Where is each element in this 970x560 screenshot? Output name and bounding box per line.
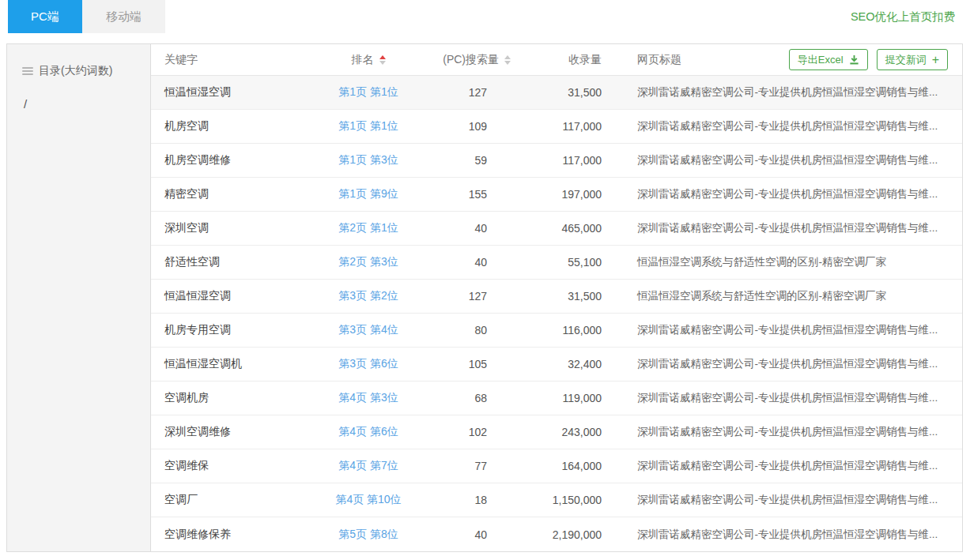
page-title-cell: 深圳雷诺威精密空调公司-专业提供机房恒温恒湿空调销售与维...	[617, 459, 962, 473]
rank-link[interactable]: 第4页 第7位	[338, 459, 398, 473]
table-row[interactable]: 空调机房 第4页 第3位 68 119,000 深圳雷诺威精密空调公司-专业提供…	[151, 381, 962, 415]
table-row[interactable]: 恒温恒湿空调机 第3页 第6位 105 32,400 深圳雷诺威精密空调公司-专…	[151, 348, 962, 381]
search-volume-cell: 102	[469, 426, 511, 438]
indexed-cell: 119,000	[562, 392, 617, 404]
table-row[interactable]: 精密空调 第1页 第9位 155 197,000 深圳雷诺威精密空调公司-专业提…	[151, 178, 962, 212]
rank-link[interactable]: 第4页 第3位	[338, 391, 398, 405]
col-header-rank[interactable]: 排名	[352, 53, 386, 67]
indexed-cell: 55,100	[568, 256, 617, 269]
keyword-cell: 深圳空调维修	[151, 425, 317, 439]
rank-sort-control[interactable]	[379, 55, 386, 65]
rank-link[interactable]: 第4页 第6位	[338, 425, 398, 439]
table-header: 关键字 排名 (PC)搜索量 收录量 网页标题 导出Excel	[151, 44, 962, 76]
main-panel: 目录(大约词数) / 关键字 排名 (PC)搜索量 收录量 网页标题	[6, 43, 963, 552]
col-header-indexed: 收录量	[568, 53, 617, 67]
search-volume-cell: 109	[469, 120, 511, 133]
sidebar-header: 目录(大约词数)	[7, 44, 150, 78]
page-title-cell: 深圳雷诺威精密空调公司-专业提供机房恒温恒湿空调销售与维...	[617, 425, 962, 439]
top-tab-bar: PC端 移动端 SEO优化上首页扣费	[0, 0, 970, 33]
page-title-cell: 深圳雷诺威精密空调公司-专业提供机房恒温恒湿空调销售与维...	[617, 85, 962, 100]
table-row[interactable]: 恒温恒湿空调 第1页 第1位 127 31,500 深圳雷诺威精密空调公司-专业…	[151, 76, 962, 110]
indexed-cell: 31,500	[568, 86, 617, 99]
table-row[interactable]: 深圳空调 第2页 第1位 40 465,000 深圳雷诺威精密空调公司-专业提供…	[151, 212, 962, 246]
rank-link[interactable]: 第1页 第9位	[338, 187, 398, 201]
page-title-cell: 深圳雷诺威精密空调公司-专业提供机房恒温恒湿空调销售与维...	[617, 323, 962, 337]
page-title-cell: 深圳雷诺威精密空调公司-专业提供机房恒温恒湿空调销售与维...	[617, 187, 962, 201]
keyword-cell: 机房空调维修	[151, 153, 317, 167]
page-title-cell: 恒温恒湿空调系统与舒适性空调的区别-精密空调厂家	[617, 255, 962, 269]
keyword-table: 关键字 排名 (PC)搜索量 收录量 网页标题 导出Excel	[151, 44, 962, 551]
table-row[interactable]: 机房空调维修 第1页 第3位 59 117,000 深圳雷诺威精密空调公司-专业…	[151, 144, 962, 178]
rank-link[interactable]: 第5页 第8位	[338, 528, 398, 542]
rank-link[interactable]: 第3页 第2位	[338, 289, 398, 303]
keyword-cell: 空调维保	[151, 459, 317, 473]
export-excel-label: 导出Excel	[798, 53, 844, 67]
rank-link[interactable]: 第2页 第1位	[338, 221, 398, 235]
sort-desc-icon[interactable]	[379, 61, 386, 65]
rank-link[interactable]: 第2页 第3位	[338, 255, 398, 269]
search-volume-cell: 18	[474, 494, 511, 506]
page-title-cell: 深圳雷诺威精密空调公司-专业提供机房恒温恒湿空调销售与维...	[617, 221, 962, 235]
export-excel-button[interactable]: 导出Excel	[789, 49, 868, 70]
search-volume-cell: 127	[469, 86, 511, 99]
indexed-cell: 32,400	[568, 358, 617, 370]
rank-link[interactable]: 第1页 第3位	[338, 153, 398, 167]
submit-new-word-button[interactable]: 提交新词 +	[877, 49, 948, 70]
indexed-cell: 2,190,000	[553, 528, 617, 541]
indexed-cell: 1,150,000	[553, 494, 617, 506]
search-volume-cell: 59	[474, 154, 511, 167]
table-row[interactable]: 空调厂 第4页 第10位 18 1,150,000 深圳雷诺威精密空调公司-专业…	[151, 483, 962, 517]
rank-link[interactable]: 第1页 第1位	[338, 119, 398, 133]
search-volume-cell: 77	[474, 460, 511, 472]
keyword-cell: 空调厂	[151, 493, 317, 507]
col-header-rank-label: 排名	[352, 53, 374, 67]
indexed-cell: 197,000	[561, 188, 617, 201]
col-header-keyword: 关键字	[151, 53, 317, 67]
keyword-cell: 舒适性空调	[151, 255, 317, 269]
page-title-cell: 深圳雷诺威精密空调公司-专业提供机房恒温恒湿空调销售与维...	[617, 119, 962, 133]
sort-desc-icon[interactable]	[504, 61, 511, 65]
table-row[interactable]: 机房专用空调 第3页 第4位 80 116,000 深圳雷诺威精密空调公司-专业…	[151, 314, 962, 348]
table-actions: 导出Excel 提交新词 +	[789, 49, 948, 70]
indexed-cell: 465,000	[561, 222, 617, 235]
download-icon	[849, 54, 859, 65]
table-row[interactable]: 深圳空调维修 第4页 第6位 102 243,000 深圳雷诺威精密空调公司-专…	[151, 415, 962, 449]
table-row[interactable]: 机房空调 第1页 第1位 109 117,000 深圳雷诺威精密空调公司-专业提…	[151, 110, 962, 144]
tab-mobile[interactable]: 移动端	[82, 0, 165, 33]
page-title-cell: 深圳雷诺威精密空调公司-专业提供机房恒温恒湿空调销售与维...	[617, 493, 962, 507]
page-title-cell: 深圳雷诺威精密空调公司-专业提供机房恒温恒湿空调销售与维...	[617, 391, 962, 405]
table-row[interactable]: 舒适性空调 第2页 第3位 40 55,100 恒温恒湿空调系统与舒适性空调的区…	[151, 246, 962, 280]
table-row[interactable]: 恒温恒湿空调 第3页 第2位 127 31,500 恒温恒湿空调系统与舒适性空调…	[151, 280, 962, 314]
table-body: 恒温恒湿空调 第1页 第1位 127 31,500 深圳雷诺威精密空调公司-专业…	[151, 76, 962, 551]
indexed-cell: 116,000	[562, 324, 617, 336]
keyword-cell: 恒温恒湿空调	[151, 85, 317, 100]
sidebar: 目录(大约词数) /	[7, 44, 151, 551]
indexed-cell: 164,000	[561, 460, 617, 472]
page-title-cell: 深圳雷诺威精密空调公司-专业提供机房恒温恒湿空调销售与维...	[617, 528, 962, 542]
sidebar-item-root[interactable]: /	[7, 97, 150, 111]
table-row[interactable]: 空调维修保养 第5页 第8位 40 2,190,000 深圳雷诺威精密空调公司-…	[151, 517, 962, 551]
search-volume-cell: 155	[469, 188, 511, 201]
keyword-cell: 恒温恒湿空调机	[151, 357, 317, 371]
rank-link[interactable]: 第3页 第4位	[338, 323, 398, 337]
keyword-cell: 深圳空调	[151, 221, 317, 235]
keyword-cell: 恒温恒湿空调	[151, 289, 317, 303]
search-volume-cell: 105	[469, 358, 511, 370]
search-volume-cell: 127	[469, 290, 511, 303]
keyword-cell: 空调维修保养	[151, 528, 317, 542]
list-icon	[22, 66, 33, 77]
search-volume-cell: 40	[474, 528, 511, 541]
search-volume-cell: 80	[474, 324, 511, 336]
table-row[interactable]: 空调维保 第4页 第7位 77 164,000 深圳雷诺威精密空调公司-专业提供…	[151, 449, 962, 483]
rank-link[interactable]: 第3页 第6位	[338, 357, 398, 371]
sort-asc-icon[interactable]	[379, 55, 386, 59]
search-volume-sort-control[interactable]	[504, 55, 511, 65]
sort-asc-icon[interactable]	[504, 55, 511, 59]
plus-icon: +	[932, 54, 939, 66]
tab-pc[interactable]: PC端	[8, 0, 82, 33]
rank-link[interactable]: 第1页 第1位	[338, 85, 398, 100]
rank-link[interactable]: 第4页 第10位	[335, 493, 401, 507]
col-header-search-volume[interactable]: (PC)搜索量	[443, 53, 511, 67]
search-volume-cell: 40	[474, 256, 511, 269]
submit-new-word-label: 提交新词	[885, 53, 927, 67]
